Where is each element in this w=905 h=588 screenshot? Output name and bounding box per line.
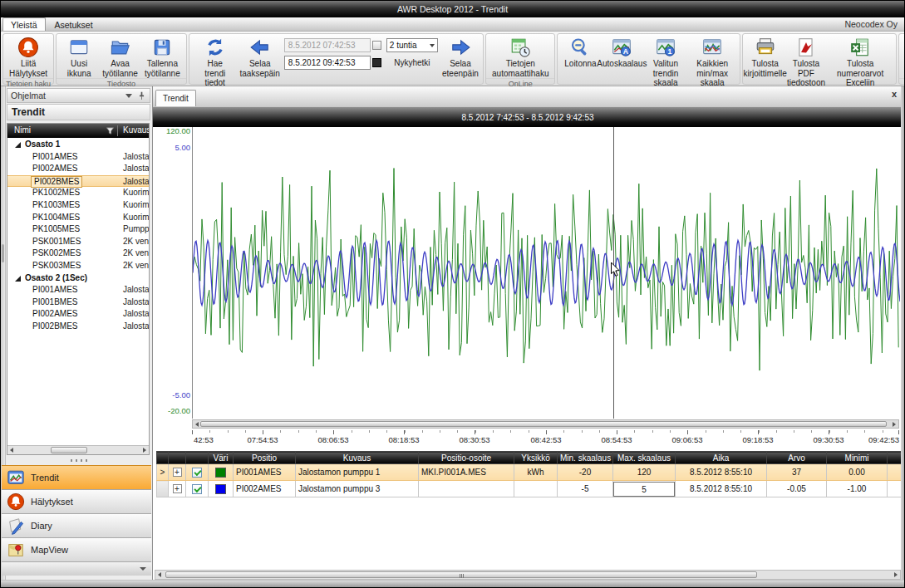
series-color-swatch[interactable] [215, 468, 226, 478]
tab-yleista[interactable]: Yleistä [2, 17, 46, 31]
tulosta-exceliin-button[interactable]: Tulosta numeroarvot Exceliin [827, 35, 893, 88]
nav-item-halytykset[interactable]: Hälytykset [2, 489, 151, 513]
kaikkien-minmax-skaala-button[interactable]: Kaikkien min/max skaala [688, 35, 737, 88]
tietojen-automaattihaku-button[interactable]: Tietojen automaattihaku [489, 35, 552, 78]
close-icon[interactable]: x [892, 90, 897, 99]
tree-item[interactable]: PK1002MESKuorim [7, 187, 149, 199]
scrollbar-thumb[interactable] [165, 571, 757, 578]
tulosta-pdf-button[interactable]: Tulosta PDF tiedostoon [785, 35, 827, 88]
tab-asetukset[interactable]: Asetukset [47, 18, 101, 31]
autoskaalaus-button[interactable]: A Autoskaalaus [600, 35, 643, 88]
selaa-eteenpain-button[interactable]: Selaa eteenpäin [440, 35, 480, 88]
col-min-skaalaus[interactable]: Min. skaalaus [558, 452, 613, 464]
tulosta-kirjoittimelle-button[interactable]: Tulosta kirjoittimelle [745, 35, 785, 88]
col-max-skaalaus[interactable]: Max. skaalaus [613, 452, 676, 464]
col-vari[interactable]: Väri [209, 452, 234, 464]
doc-tab-trendit[interactable]: Trendit [155, 90, 196, 106]
y-axis-label: -5.00 [155, 390, 190, 399]
range-select[interactable]: 2 tuntia [386, 38, 438, 52]
expand-plus-icon[interactable]: + [173, 484, 182, 493]
nav-item-diary[interactable]: Diary [2, 513, 151, 537]
alarm-bell-icon [17, 37, 39, 58]
min-scale-cell[interactable]: -5 [558, 481, 613, 497]
tree-group[interactable]: Osasto 1 [7, 139, 149, 151]
min-scale-cell[interactable]: -20 [558, 464, 613, 481]
tree-group[interactable]: Osasto 2 (1Sec) [7, 272, 149, 285]
tree-item[interactable]: PI001BMESJalosta [7, 296, 149, 309]
nav-item-trendit[interactable]: Trendit [2, 465, 151, 489]
tree-item-selected[interactable]: PI002BMESJalosta [7, 175, 149, 188]
filter-funnel-icon[interactable] [106, 126, 115, 135]
avaa-kayttoohje-button[interactable]: ? Avaa käyttöohje [902, 35, 905, 78]
tree-item[interactable]: PK1005MESPumpp [7, 223, 149, 236]
scroll-right-icon[interactable] [143, 448, 146, 453]
col-positio[interactable]: Positio [234, 452, 296, 464]
end-time-input[interactable]: 8.5.2012 09:42:53 [284, 56, 371, 70]
valitun-trendin-skaala-button[interactable]: 1 Valitun trendin skaala [643, 35, 687, 88]
window-right-edge [901, 86, 904, 581]
trendit-panel-title: Trendit [7, 104, 150, 120]
tallenna-tyotilanne-button[interactable]: Tallenna työtilanne [141, 35, 184, 78]
tree-item[interactable]: PK1003MESKuorim [7, 199, 149, 212]
series-color-swatch[interactable] [215, 484, 226, 494]
tree-item[interactable]: PI001AMESJalosta [7, 151, 149, 164]
col-arvo[interactable]: Arvo [767, 452, 827, 464]
scroll-right-icon[interactable] [893, 422, 896, 427]
collapse-triangle-icon[interactable] [15, 276, 21, 282]
col-minimi[interactable]: Minimi [827, 452, 888, 464]
nykyhetki-label[interactable]: Nykyhetki [386, 58, 438, 67]
selaa-taaksepain-button[interactable]: Selaa taaksepäin [239, 35, 282, 88]
uusi-ikkuna-button[interactable]: Uusi ikkuna [59, 35, 99, 78]
expand-plus-icon[interactable]: + [173, 468, 182, 477]
end-time-picker-button[interactable] [372, 58, 381, 67]
grid-horizontal-scrollbar[interactable] [155, 570, 901, 580]
tree-item[interactable]: PI001AMESJalosta [7, 284, 149, 296]
tree-item[interactable]: PSK003MES2K ven [7, 260, 149, 272]
grid-row-pi001ames[interactable]: > + PI001AMES Jalostamon pumppu 1 MKI.PI… [157, 464, 903, 481]
brand-label: Neocodex Oy [844, 19, 904, 31]
grid-row-pi002ames[interactable]: + PI002AMES Jalostamon pumppu 3 -5 5 8.5… [157, 481, 903, 497]
chevron-down-icon [140, 567, 146, 571]
max-scale-editor[interactable]: 5 [613, 482, 675, 497]
tree-item[interactable]: PK1004MESKuorim [7, 212, 149, 224]
minmax-scale-icon [701, 37, 723, 58]
tree-col-kuvaus[interactable]: Kuvaus [123, 125, 150, 135]
scroll-left-icon[interactable] [10, 448, 13, 453]
col-kuvaus[interactable]: Kuvaus [296, 452, 419, 464]
chevron-down-icon[interactable] [125, 94, 132, 98]
col-aika[interactable]: Aika [676, 452, 767, 464]
nav-item-mapview[interactable]: MapView [2, 537, 151, 561]
document-tabstrip: Trendit x [153, 86, 903, 106]
sidebar-splitter[interactable] [7, 457, 150, 463]
scroll-right-icon[interactable] [894, 572, 898, 577]
tree-horizontal-scrollbar[interactable] [7, 445, 149, 454]
visibility-checkbox[interactable] [192, 468, 202, 478]
loitonna-button[interactable]: Loitonna [560, 35, 600, 88]
scrollbar-thumb[interactable] [51, 447, 87, 453]
visibility-checkbox[interactable] [192, 484, 202, 494]
new-window-icon [68, 37, 90, 58]
scroll-left-icon[interactable] [158, 572, 161, 577]
liita-halytykset-button[interactable]: Liitä Hälytykset [6, 35, 51, 78]
tree-rows: Osasto 1 PI001AMESJalosta PI002AMESJalos… [7, 139, 149, 444]
nav-overflow-bar[interactable] [2, 561, 151, 576]
max-scale-cell[interactable]: 120 [613, 464, 676, 481]
start-time-input[interactable]: 8.5.2012 07:42:53 [284, 38, 371, 52]
scroll-left-icon[interactable] [195, 422, 199, 427]
hae-trendi-tiedot-button[interactable]: Hae trendi tiedot [192, 35, 239, 88]
tree-item[interactable]: PI002AMESJalosta [7, 163, 149, 175]
tree-item[interactable]: PI002AMESJalosta [7, 308, 149, 321]
chart-horizontal-scrollbar[interactable] [192, 419, 899, 429]
col-positio-osoite[interactable]: Positio-osoite [419, 452, 514, 464]
start-time-picker-button[interactable] [372, 41, 381, 50]
trend-plot[interactable] [192, 127, 899, 419]
collapse-triangle-icon[interactable] [15, 142, 21, 148]
scrollbar-thumb[interactable] [200, 421, 887, 427]
tree-col-nimi[interactable]: Nimi [14, 125, 31, 135]
pin-icon[interactable] [137, 91, 146, 100]
tree-item[interactable]: PSK001MES2K ven [7, 236, 149, 248]
avaa-tyotilanne-button[interactable]: Avaa työtilanne [99, 35, 141, 78]
tree-item[interactable]: PI002BMESJalosta [7, 321, 149, 333]
col-yksikko[interactable]: Yksikkö [514, 452, 558, 464]
tree-item[interactable]: PSK002MES2K ven [7, 247, 149, 260]
